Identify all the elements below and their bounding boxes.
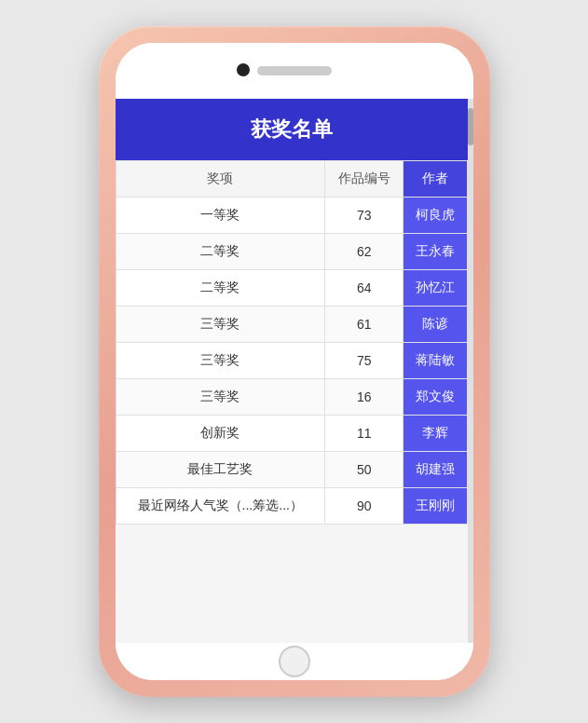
awards-table: 奖项 作品编号 作者 一等奖73柯良虎二等奖62王永春二等奖64孙忆江三等奖61… [116,160,468,525]
work-number-cell: 11 [325,416,403,452]
phone-top-bar [116,43,473,99]
header-award: 奖项 [116,161,325,198]
award-cell: 二等奖 [116,270,325,307]
header-author: 作者 [403,161,467,198]
award-cell: 二等奖 [116,234,325,270]
table-title: 获奖名单 [116,99,468,160]
work-number-cell: 64 [325,270,403,307]
work-number-cell: 62 [325,234,403,270]
table-row: 一等奖73柯良虎 [116,198,467,234]
award-cell: 最佳工艺奖 [116,452,325,488]
author-cell: 李辉 [403,416,467,452]
screen-content[interactable]: 获奖名单 奖项 作品编号 作者 一等奖73柯良虎二等奖62王永春二等奖64孙忆江… [116,99,473,643]
table-row: 二等奖64孙忆江 [116,270,467,307]
speaker [257,66,332,75]
table-row: 三等奖75蒋陆敏 [116,343,467,379]
author-cell: 柯良虎 [403,198,467,234]
award-cell: 三等奖 [116,379,325,416]
work-number-cell: 16 [325,379,403,416]
scrollbar-thumb[interactable] [468,108,473,145]
work-number-cell: 61 [325,307,403,343]
phone-screen: 获奖名单 奖项 作品编号 作者 一等奖73柯良虎二等奖62王永春二等奖64孙忆江… [116,43,473,680]
scrollbar-track[interactable] [468,99,473,643]
table-row: 二等奖62王永春 [116,234,467,270]
author-cell: 蒋陆敏 [403,343,467,379]
award-cell: 三等奖 [116,343,325,379]
table-header-row: 奖项 作品编号 作者 [116,161,467,198]
table-row: 三等奖61陈谚 [116,307,467,343]
award-cell: 最近网络人气奖（...筹选...） [116,488,325,525]
award-cell: 一等奖 [116,198,325,234]
work-number-cell: 75 [325,343,403,379]
award-cell: 三等奖 [116,307,325,343]
author-cell: 王永春 [403,234,467,270]
phone-bottom-bar [116,643,473,680]
phone-frame: 获奖名单 奖项 作品编号 作者 一等奖73柯良虎二等奖62王永春二等奖64孙忆江… [99,26,490,697]
award-cell: 创新奖 [116,416,325,452]
work-number-cell: 50 [325,452,403,488]
author-cell: 胡建强 [403,452,467,488]
work-number-cell: 73 [325,198,403,234]
author-cell: 郑文俊 [403,379,467,416]
table-row: 三等奖16郑文俊 [116,379,467,416]
camera-icon [237,63,250,76]
work-number-cell: 90 [325,488,403,525]
table-row: 最近网络人气奖（...筹选...）90王刚刚 [116,488,467,525]
table-row: 创新奖11李辉 [116,416,467,452]
author-cell: 王刚刚 [403,488,467,525]
table-row: 最佳工艺奖50胡建强 [116,452,467,488]
author-cell: 孙忆江 [403,270,467,307]
table-container: 获奖名单 奖项 作品编号 作者 一等奖73柯良虎二等奖62王永春二等奖64孙忆江… [116,99,468,525]
author-cell: 陈谚 [403,307,467,343]
header-work-number: 作品编号 [325,161,403,198]
home-button[interactable] [279,646,310,677]
